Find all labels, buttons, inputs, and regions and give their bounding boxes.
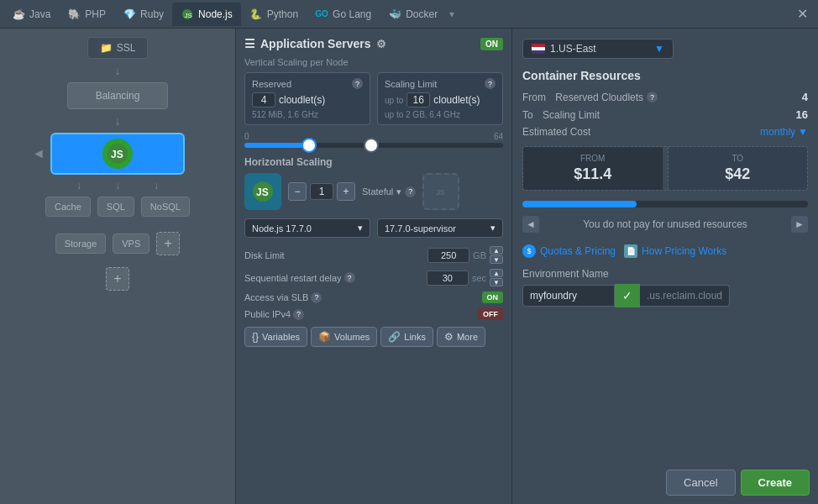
add-node-button[interactable]: + [156,232,180,255]
more-icon: ⚙ [444,331,454,343]
close-button[interactable]: ✕ [790,6,815,22]
disk-limit-label: Disk Limit [244,250,285,260]
from-reserved-label: From Reserved Cloudlets ? [522,92,658,103]
cache-box[interactable]: Cache [45,197,91,217]
ssl-box[interactable]: 📁 SSL [87,37,149,59]
tabs-dropdown[interactable]: ▾ [449,8,454,20]
env-name-label: Environment Name [522,268,808,280]
balancing-box[interactable]: Balancing [67,82,168,109]
restart-delay-row: Sequential restart delay ? sec ▲ ▼ [244,269,503,286]
disk-value-input[interactable] [427,248,469,263]
restart-spinner[interactable]: ▲ ▼ [490,269,503,286]
scaling-limit-box: Scaling Limit ? up to cloudlet(s) up to … [377,72,503,125]
node-count-input[interactable] [310,183,333,200]
env-name-input[interactable] [522,285,615,307]
estimated-cost-label: Estimated Cost [522,126,590,138]
scaling-slider[interactable]: 0 64 [244,132,503,148]
to-scaling-label: To Scaling Limit [522,109,600,121]
count-decrease-button[interactable]: − [288,182,307,201]
settings-icon[interactable]: ⚙ [376,38,386,50]
tab-java[interactable]: ☕ Java [3,3,59,26]
left-panel: 📁 SSL ↓ Balancing ↓ JS ◄ ↓ ↓ ↓ Cach [0,29,235,504]
disk-limit-row: Disk Limit GB ▲ ▼ [244,246,503,264]
nav-next-arrow[interactable]: ► [791,216,808,233]
tab-nodejs[interactable]: JS Node.js [172,3,241,26]
from-value: 4 [802,91,808,103]
restart-delay-input: sec ▲ ▼ [427,269,503,286]
scaling-limit-sub: up to 2 GB, 6.4 GHz [385,110,496,119]
slider-thumb-reserved[interactable] [302,138,317,153]
node-small-icon: JS [244,173,281,210]
vps-box[interactable]: VPS [113,234,149,254]
nav-prev-arrow[interactable]: ◄ [522,216,539,233]
arrow-left-icon: ◄ [32,146,45,161]
volumes-tab[interactable]: 📦 Volumes [311,327,377,347]
how-pricing-works-link[interactable]: 📄 How Pricing Works [624,244,726,258]
slb-toggle[interactable]: ON [482,291,504,303]
ssl-icon: 📁 [100,42,113,54]
tab-docker[interactable]: 🐳 Docker [380,3,446,26]
tab-php[interactable]: 🐘 PHP [59,3,114,26]
ipv4-info-icon[interactable]: ? [293,309,304,320]
scaling-limit-title: Scaling Limit ? [385,78,496,89]
arrow-down-1: ↓ [76,180,81,192]
slb-label: Access via SLB ? [244,292,322,303]
version-select[interactable]: Node.js 17.7.0 ▾ [244,218,370,238]
stateful-select[interactable]: Stateful ▾ ? [362,186,416,197]
tab-python[interactable]: 🐍 Python [241,3,307,26]
restart-spin-down[interactable]: ▼ [490,278,503,286]
slb-info-icon[interactable]: ? [311,292,322,303]
bottom-buttons: Cancel Create [658,461,818,504]
env-name-section: Environment Name ✓ .us.reclaim.cloud [522,268,808,307]
restart-value-input[interactable] [427,270,469,286]
nodejs-icon: JS [181,8,194,21]
ipv4-toggle[interactable]: OFF [478,308,503,320]
count-increase-button[interactable]: + [337,182,355,201]
monthly-select[interactable]: monthly ▼ [760,126,808,138]
add-section-button[interactable]: + [106,267,129,291]
disk-spin-up[interactable]: ▲ [490,246,503,255]
vertical-scaling-label: Vertical Scaling per Node [244,57,503,67]
main-layout: 📁 SSL ↓ Balancing ↓ JS ◄ ↓ ↓ ↓ Cach [0,29,818,504]
scaling-limit-info-icon[interactable]: ? [485,78,496,89]
region-selector[interactable]: 1.US-East ▼ [522,39,674,59]
tab-ruby[interactable]: 💎 Ruby [114,3,172,26]
links-icon: 🔗 [388,331,401,343]
cost-slider[interactable] [522,201,808,207]
nodejs-node-box[interactable]: JS ◄ [50,133,185,175]
tab-golang[interactable]: GO Go Lang [307,3,380,26]
cost-to-value: $42 [680,165,796,183]
env-domain: .us.reclaim.cloud [640,285,730,307]
app-server-title: ☰ Application Servers ⚙ [244,37,386,50]
quotas-icon: $ [522,244,536,258]
reserved-info-icon[interactable]: ? [352,78,363,89]
reserved-input[interactable] [252,92,275,108]
variables-tab[interactable]: {} Variables [244,327,307,347]
scaling-limit-input[interactable] [406,92,430,108]
disk-spin-down[interactable]: ▼ [490,255,503,264]
arrow-down-ssl: ↓ [115,64,121,77]
from-reserved-cloudlets-row: From Reserved Cloudlets ? 4 [522,91,808,103]
slider-track[interactable] [244,143,503,148]
golang-icon: GO [315,8,328,21]
stateful-info-icon[interactable]: ? [405,186,416,197]
slb-row: Access via SLB ? ON [244,291,503,303]
links-tab[interactable]: 🔗 Links [380,327,433,347]
create-button[interactable]: Create [741,470,810,496]
slider-thumb-limit[interactable] [364,138,379,153]
storage-box[interactable]: Storage [55,234,107,254]
version-row: Node.js 17.7.0 ▾ 17.7.0-supervisor ▾ [244,218,503,238]
cost-to-box: TO $42 [668,147,808,190]
sql-box[interactable]: SQL [97,197,134,217]
on-badge[interactable]: ON [480,38,503,50]
nosql-box[interactable]: NoSQL [141,197,190,217]
cancel-button[interactable]: Cancel [666,470,735,496]
more-tab[interactable]: ⚙ More [437,327,485,347]
restart-spin-up[interactable]: ▲ [490,269,503,277]
restart-info-icon[interactable]: ? [344,272,355,283]
quotas-pricing-link[interactable]: $ Quotas & Pricing [522,244,616,258]
disk-spinner[interactable]: ▲ ▼ [490,246,503,264]
supervisor-select[interactable]: 17.7.0-supervisor ▾ [377,218,503,238]
reserved-cloudlets-info-icon[interactable]: ? [647,92,658,102]
cost-slider-track [522,201,808,207]
